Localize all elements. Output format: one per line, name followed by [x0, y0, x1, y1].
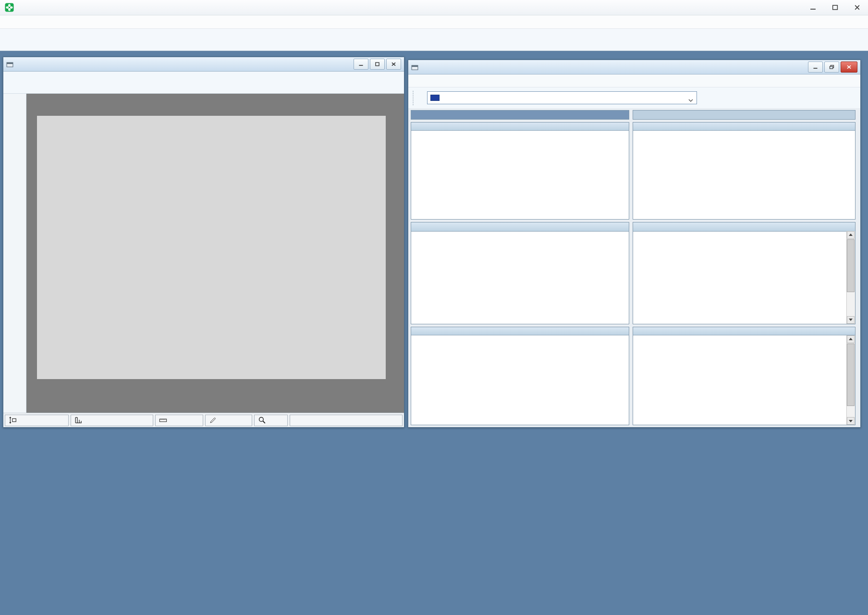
image-canvas[interactable] [26, 94, 404, 413]
results-toolbar [408, 87, 860, 109]
chevron-down-icon [688, 96, 694, 100]
scroll-up-button[interactable] [847, 335, 855, 343]
result-selector-combobox[interactable] [427, 91, 697, 104]
pencil-icon [208, 416, 218, 425]
scrollbar-thumb[interactable] [847, 239, 855, 292]
statistics-scrollbar[interactable] [846, 335, 855, 425]
status-scale-segment [71, 415, 153, 426]
object-stats-box [633, 327, 856, 425]
selector-swatch [430, 95, 440, 101]
status-empty-segment [290, 415, 403, 426]
image-toolbar [3, 72, 404, 94]
field-table-header [411, 222, 629, 232]
scrollbar-thumb[interactable] [847, 344, 855, 406]
results-window-titlebar[interactable] [408, 60, 860, 74]
clemex-logo-icon [5, 3, 14, 12]
field-table-box [411, 222, 629, 324]
status-units-segment[interactable] [155, 415, 203, 426]
image-minimize-button[interactable] [354, 59, 368, 70]
caliper-icon [74, 416, 83, 425]
object-pane-header[interactable] [633, 110, 856, 120]
image-maximize-button[interactable] [370, 59, 385, 70]
image-tool-rail [3, 94, 26, 413]
field-rating-chart [411, 131, 629, 220]
desktop [0, 0, 868, 615]
status-zoom-segment[interactable] [254, 415, 288, 426]
results-window [408, 60, 861, 428]
field-results-pane [411, 110, 629, 425]
field-chart-box [411, 122, 629, 220]
status-calibration-segment[interactable] [205, 415, 252, 426]
results-restore-button[interactable] [824, 62, 839, 73]
ruler-icon [159, 416, 168, 425]
window-system-icon[interactable] [411, 64, 418, 70]
chart-box-title [411, 123, 629, 131]
field-pane-header[interactable] [411, 110, 629, 120]
chart-box-title [633, 123, 855, 131]
app-menubar [0, 15, 868, 29]
app-close-button[interactable] [846, 0, 868, 15]
image-close-button[interactable] [386, 59, 401, 70]
app-maximize-button[interactable] [824, 0, 846, 15]
field-stats-box [411, 327, 629, 425]
intervals-table-box [633, 222, 856, 324]
results-content [408, 108, 860, 427]
window-system-icon[interactable] [6, 61, 13, 67]
image-statusbar [3, 413, 404, 427]
results-minimize-button[interactable] [808, 62, 823, 73]
magnifier-icon [257, 416, 267, 425]
image-window-titlebar[interactable] [3, 57, 404, 72]
status-size-segment [5, 415, 69, 426]
scroll-down-button[interactable] [847, 417, 855, 425]
statistics-box-title [411, 327, 629, 335]
toolbar-grip [413, 91, 416, 105]
object-chart-box [633, 122, 856, 220]
scroll-up-button[interactable] [847, 231, 855, 239]
statistics-box-title [633, 327, 855, 335]
micrograph-image[interactable] [37, 116, 386, 379]
scroll-down-button[interactable] [847, 316, 855, 324]
intervals-scrollbar[interactable] [846, 231, 855, 324]
object-results-pane [633, 110, 856, 425]
results-close-button[interactable] [841, 62, 857, 73]
app-minimize-button[interactable] [802, 0, 824, 15]
intervals-table-header [633, 222, 855, 232]
image-window [3, 57, 404, 428]
resize-icon [8, 416, 17, 425]
results-menubar [408, 74, 860, 87]
app-titlebar [0, 0, 868, 15]
area-histogram-chart [633, 131, 855, 220]
main-toolbar [0, 29, 868, 51]
